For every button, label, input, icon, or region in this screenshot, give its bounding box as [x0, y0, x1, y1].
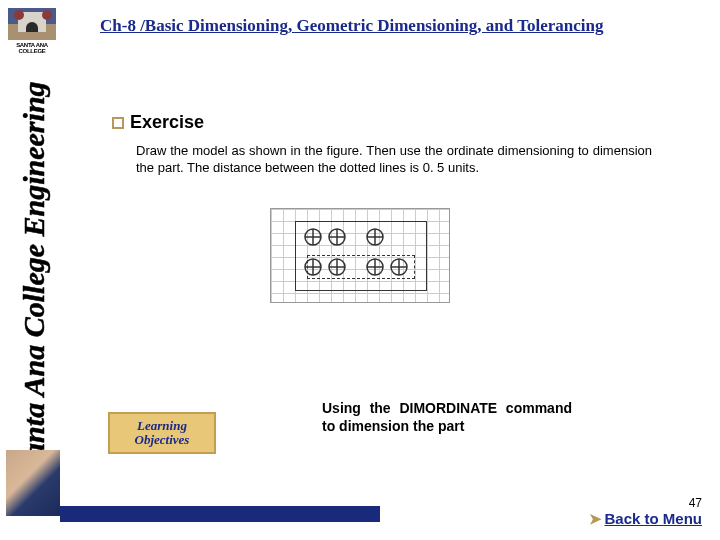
exercise-figure	[270, 208, 450, 303]
instructor-photo	[6, 450, 60, 516]
vertical-title: Santa Ana College Engineering	[17, 81, 51, 474]
section-title: Exercise	[112, 112, 682, 133]
college-logo: SANTA ANA COLLEGE	[8, 8, 56, 56]
exercise-section: Exercise Draw the model as shown in the …	[112, 112, 682, 177]
arrow-icon: ➤	[589, 510, 602, 528]
exercise-body: Draw the model as shown in the figure. T…	[112, 143, 652, 177]
figure-caption: Using the DIMORDINATE command to dimensi…	[322, 400, 572, 435]
bullet-icon	[112, 117, 124, 129]
logo-dome-right	[42, 10, 52, 20]
circles-icon	[295, 221, 427, 291]
section-title-text: Exercise	[130, 112, 204, 132]
learning-line1: Learning	[137, 419, 187, 433]
page-number: 47	[689, 496, 702, 510]
learning-line2: Objectives	[135, 433, 190, 447]
logo-arch	[26, 22, 38, 32]
vertical-title-container: Santa Ana College Engineering	[10, 80, 58, 475]
bottom-bar	[60, 506, 380, 522]
page-header: Ch-8 /Basic Dimensioning, Geometric Dime…	[100, 16, 690, 36]
back-link-text: Back to Menu	[604, 510, 702, 527]
back-to-menu-link[interactable]: ➤Back to Menu	[589, 510, 702, 528]
logo-caption: SANTA ANA COLLEGE	[8, 42, 56, 54]
learning-objectives-box[interactable]: Learning Objectives	[108, 412, 216, 454]
logo-dome-left	[14, 10, 24, 20]
